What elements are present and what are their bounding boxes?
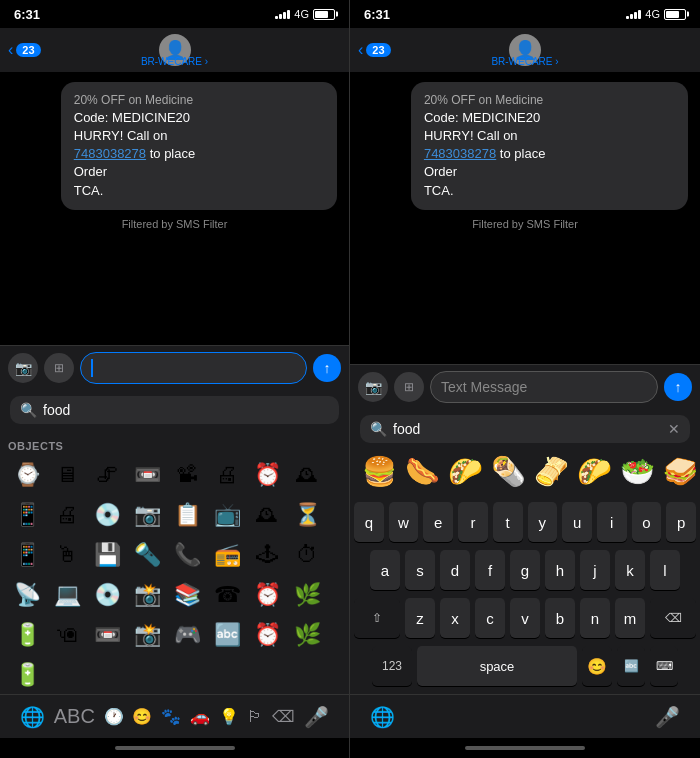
key-k[interactable]: k [615,550,645,590]
key-l[interactable]: l [650,550,680,590]
list-item[interactable]: 🖨 [48,496,86,534]
list-item[interactable]: 🕹 [248,536,286,574]
list-item[interactable]: 🔋 [8,656,46,694]
list-item[interactable]: 🌮 [446,453,485,490]
key-i[interactable]: i [597,502,627,542]
list-item[interactable]: 💾 [88,536,126,574]
list-item[interactable]: 🖱 [48,536,86,574]
list-item[interactable]: 💿 [88,576,126,614]
list-item[interactable]: 🔦 [128,536,166,574]
list-item[interactable]: ☎ [208,576,246,614]
list-item[interactable]: 🍔 [360,453,399,490]
list-item[interactable]: 📻 [208,536,246,574]
list-item[interactable]: 🌿 [288,616,326,654]
list-item[interactable]: 📼 [88,616,126,654]
list-item[interactable]: 🔤 [208,616,246,654]
left-camera-button[interactable]: 📷 [8,353,38,383]
left-clock-icon[interactable]: 🕐 [104,707,124,726]
right-msg-phone[interactable]: 7483038278 to place [424,145,675,163]
list-item[interactable]: ⌚ [8,456,46,494]
list-item[interactable]: 💿 [88,496,126,534]
left-mic-icon[interactable]: 🎤 [304,705,329,729]
key-q[interactable]: q [354,502,384,542]
key-c[interactable]: c [475,598,505,638]
key-e[interactable]: e [423,502,453,542]
list-item[interactable]: 📚 [168,576,206,614]
right-back-button[interactable]: ‹ 23 [358,41,391,59]
list-item[interactable]: 🌿 [288,576,326,614]
key-v[interactable]: v [510,598,540,638]
key-u[interactable]: u [562,502,592,542]
key-j[interactable]: j [580,550,610,590]
left-abc-label[interactable]: ABC [54,705,95,728]
key-x[interactable]: x [440,598,470,638]
right-clear-search-button[interactable]: ✕ [668,421,680,437]
list-item[interactable]: 🥪 [661,453,700,490]
list-item[interactable]: 📡 [8,576,46,614]
key-d[interactable]: d [440,550,470,590]
left-delete-icon[interactable]: ⌫ [272,707,295,726]
key-123[interactable]: 123 [372,646,412,686]
key-h[interactable]: h [545,550,575,590]
left-bulb-icon[interactable]: 💡 [219,707,239,726]
right-apps-button[interactable]: ⊞ [394,372,424,402]
key-b[interactable]: b [545,598,575,638]
key-space[interactable]: space [417,646,577,686]
list-item[interactable]: 📽 [168,456,206,494]
list-item[interactable]: 🌭 [403,453,442,490]
key-s[interactable]: s [405,550,435,590]
key-a[interactable]: a [370,550,400,590]
key-emoji[interactable]: 😊 [582,646,612,686]
right-globe-icon[interactable]: 🌐 [370,705,395,729]
left-animal-icon[interactable]: 🐾 [161,707,181,726]
key-m[interactable]: m [615,598,645,638]
key-delete[interactable]: ⌫ [650,598,696,638]
list-item[interactable]: 🌮 [575,453,614,490]
list-item[interactable]: 🔋 [8,616,46,654]
list-item[interactable]: 📋 [168,496,206,534]
key-w[interactable]: w [389,502,419,542]
list-item[interactable]: 📼 [128,456,166,494]
key-r[interactable]: r [458,502,488,542]
list-item[interactable]: 📱 [8,496,46,534]
list-item[interactable]: 🕰 [248,496,286,534]
list-item[interactable]: 💻 [48,576,86,614]
list-item[interactable]: 📸 [128,576,166,614]
list-item[interactable]: ⏰ [248,616,286,654]
list-item[interactable]: 🖲 [48,616,86,654]
list-item[interactable]: ⏳ [288,496,326,534]
key-f[interactable]: f [475,550,505,590]
list-item[interactable]: ⏱ [288,536,326,574]
list-item[interactable]: 📷 [128,496,166,534]
left-car-icon[interactable]: 🚗 [190,707,210,726]
key-extra1[interactable]: 🔤 [617,646,645,686]
left-text-input[interactable] [80,352,307,384]
list-item[interactable]: 📱 [8,536,46,574]
list-item[interactable]: 📺 [208,496,246,534]
list-item[interactable]: 🎮 [168,616,206,654]
left-smiley-icon[interactable]: 😊 [132,707,152,726]
left-back-button[interactable]: ‹ 23 [8,41,41,59]
right-emoji-search-field[interactable]: 🔍 food ✕ [360,415,690,443]
left-emoji-search-field[interactable]: 🔍 food [10,396,339,424]
key-y[interactable]: y [528,502,558,542]
list-item[interactable]: 📞 [168,536,206,574]
list-item[interactable]: 🖨 [208,456,246,494]
list-item[interactable]: 🌯 [489,453,528,490]
list-item[interactable]: ⏰ [248,576,286,614]
right-camera-button[interactable]: 📷 [358,372,388,402]
key-g[interactable]: g [510,550,540,590]
key-n[interactable]: n [580,598,610,638]
list-item[interactable]: ⏰ [248,456,286,494]
list-item[interactable]: 🕰 [288,456,326,494]
left-apps-button[interactable]: ⊞ [44,353,74,383]
list-item[interactable]: 🥗 [618,453,657,490]
key-shift[interactable]: ⇧ [354,598,400,638]
key-z[interactable]: z [405,598,435,638]
left-msg-phone[interactable]: 7483038278 to place [74,145,324,163]
right-mic-icon[interactable]: 🎤 [655,705,680,729]
left-send-button[interactable]: ↑ [313,354,341,382]
key-t[interactable]: t [493,502,523,542]
list-item[interactable]: 🫔 [532,453,571,490]
right-send-button[interactable]: ↑ [664,373,692,401]
